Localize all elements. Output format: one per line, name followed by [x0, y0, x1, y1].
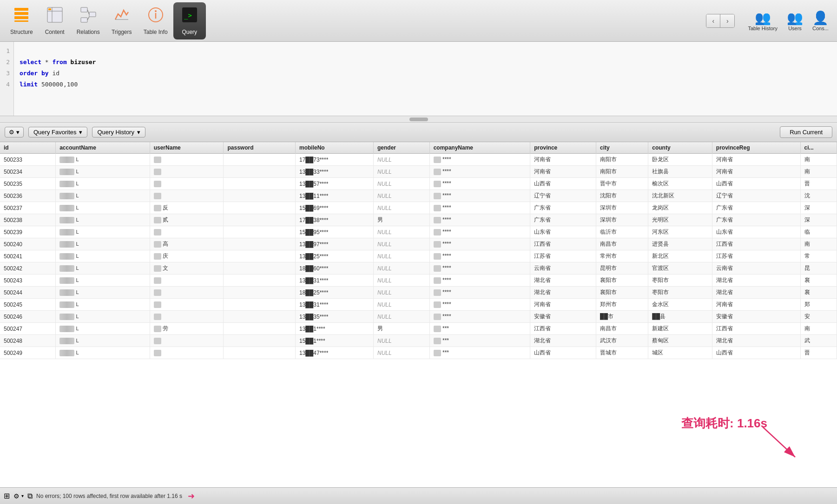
cell-gender: NULL	[373, 166, 429, 178]
gear-icon: ⚙	[9, 129, 14, 136]
cell-county: 进贤县	[648, 238, 712, 250]
cell-city: 常州市	[596, 250, 648, 262]
toolbar-item-triggers[interactable]: Triggers	[105, 2, 138, 39]
toolbar-item-content[interactable]: Content	[39, 2, 71, 39]
cell-province: 云南省	[530, 262, 596, 275]
sql-content[interactable]: select * from bizuser order by id limit …	[14, 42, 837, 116]
table-row[interactable]: 500237 L 反 15██69**** NULL **** 广东省 深圳市 …	[0, 202, 837, 214]
col-header-id: id	[0, 142, 56, 154]
cell-mobileno: 13██31****	[295, 299, 373, 311]
table-row[interactable]: 500240 L 高 13██97**** NULL **** 江西省 南昌市 …	[0, 238, 837, 250]
table-row[interactable]: 500241 L 庆 13██25**** NULL **** 江苏省 常州市 …	[0, 250, 837, 262]
cell-ci: 深	[800, 202, 837, 214]
table-row[interactable]: 500236 L 13██11**** NULL **** 辽宁省 沈阳市 沈北…	[0, 190, 837, 202]
cell-mobileno: 13██1****	[295, 323, 373, 335]
table-row[interactable]: 500234 L 13██33**** NULL **** 河南省 南阳市 社旗…	[0, 166, 837, 178]
query-history-button[interactable]: Query History ▾	[92, 127, 145, 137]
table-row[interactable]: 500233 L 17██73**** NULL **** 河南省 南阳市 卧龙…	[0, 154, 837, 166]
table-row[interactable]: 500238 L 贰 17██38**** 男 **** 广东省 深圳市 光明区…	[0, 214, 837, 226]
content-label: Content	[45, 29, 65, 35]
cell-city: 沈阳市	[596, 190, 648, 202]
status-gear-button[interactable]: ⚙ ▾	[13, 492, 24, 500]
cell-ci: 南	[800, 323, 837, 335]
cell-id: 500249	[0, 347, 56, 359]
cons-button[interactable]: 👤 Cons...	[809, 8, 832, 33]
cell-accountname: L	[56, 347, 150, 359]
query-history-label: Query History	[97, 129, 134, 136]
status-gear-chevron: ▾	[21, 493, 24, 498]
cell-id: 500241	[0, 250, 56, 262]
cell-city: 南阳市	[596, 166, 648, 178]
cell-provincereg: 安徽省	[712, 311, 800, 323]
cell-username	[150, 190, 224, 202]
query-favorites-button[interactable]: Query Favorites ▾	[28, 127, 87, 137]
toolbar-item-structure[interactable]: Structure	[5, 2, 39, 39]
cell-county: 卧龙区	[648, 154, 712, 166]
cell-password	[224, 299, 296, 311]
cell-provincereg: 江西省	[712, 323, 800, 335]
data-table: id accountName userName password mobileN…	[0, 142, 837, 359]
nav-next-button[interactable]: ›	[720, 14, 734, 27]
cell-gender: NULL	[373, 250, 429, 262]
table-row[interactable]: 500235 L 13██57**** NULL **** 山西省 晋中市 榆次…	[0, 178, 837, 190]
editor-scrollbar[interactable]	[0, 116, 837, 123]
cell-county: ██县	[648, 311, 712, 323]
cell-ci: 武	[800, 335, 837, 347]
table-row[interactable]: 500247 L 劳 13██1**** 男 *** 江西省 南昌市 新建区 江…	[0, 323, 837, 335]
cell-province: 山东省	[530, 226, 596, 238]
table-row[interactable]: 500246 L 13██35**** NULL **** 安徽省 ██市 ██…	[0, 311, 837, 323]
table-header-row: id accountName userName password mobileN…	[0, 142, 837, 154]
toolbar-item-relations[interactable]: Relations	[71, 2, 105, 39]
col-header-city: city	[596, 142, 648, 154]
run-current-button[interactable]: Run Current	[780, 126, 832, 138]
toolbar-item-tableinfo[interactable]: Table Info	[138, 2, 173, 39]
status-export-button[interactable]: ⊞	[4, 491, 10, 500]
nav-prev-button[interactable]: ‹	[706, 14, 720, 27]
table-row[interactable]: 500249 L 13██47**** NULL *** 山西省 晋城市 城区 …	[0, 347, 837, 359]
cell-province: 辽宁省	[530, 190, 596, 202]
cell-accountname: L	[56, 275, 150, 287]
cell-county: 龙岗区	[648, 202, 712, 214]
table-row[interactable]: 500243 L 13██31**** NULL **** 湖北省 襄阳市 枣阳…	[0, 275, 837, 287]
svg-rect-9	[89, 12, 96, 17]
cell-password	[224, 166, 296, 178]
status-copy-button[interactable]: ⧉	[27, 492, 33, 500]
cell-city: 昆明市	[596, 262, 648, 275]
col-header-county: county	[648, 142, 712, 154]
toolbar-item-query[interactable]: _> Query	[173, 2, 206, 39]
sql-keyword-select: select	[20, 59, 41, 65]
table-row[interactable]: 500239 L 15██95**** NULL **** 山东省 临沂市 河东…	[0, 226, 837, 238]
cell-province: 江西省	[530, 238, 596, 250]
relations-label: Relations	[77, 29, 100, 35]
cell-username: 贰	[150, 214, 224, 226]
table-row[interactable]: 500248 L 15██1**** NULL *** 湖北省 武汉市 蔡甸区 …	[0, 335, 837, 347]
table-history-button[interactable]: 👥 Table History	[744, 8, 781, 33]
cell-gender: NULL	[373, 275, 429, 287]
table-row[interactable]: 500242 L 文 18██60**** NULL **** 云南省 昆明市 …	[0, 262, 837, 275]
cell-ci: 深	[800, 214, 837, 226]
data-table-container[interactable]: id accountName userName password mobileN…	[0, 142, 837, 487]
svg-point-16	[155, 10, 157, 12]
cell-gender: NULL	[373, 190, 429, 202]
cell-provincereg: 江苏省	[712, 250, 800, 262]
relative-container: 查询耗时: 1.16s id accountName	[0, 142, 837, 487]
table-row[interactable]: 500245 L 13██31**** NULL **** 河南省 郑州市 金水…	[0, 299, 837, 311]
cell-username	[150, 287, 224, 299]
col-header-provincereg: provinceReg	[712, 142, 800, 154]
cell-mobileno: 15██95****	[295, 226, 373, 238]
table-row[interactable]: 500244 L 18██25**** NULL **** 湖北省 襄阳市 枣阳…	[0, 287, 837, 299]
cell-provincereg: 湖北省	[712, 287, 800, 299]
cell-id: 500247	[0, 323, 56, 335]
triggers-icon	[113, 7, 130, 27]
cell-username	[150, 275, 224, 287]
cell-id: 500243	[0, 275, 56, 287]
cell-companyname: ****	[429, 287, 530, 299]
cell-accountname: L	[56, 250, 150, 262]
cell-county: 蔡甸区	[648, 335, 712, 347]
toolbar-right-items: 👥 Table History 👥 Users 👤 Cons...	[744, 8, 832, 33]
gear-button[interactable]: ⚙ ▾	[5, 127, 24, 137]
users-button[interactable]: 👥 Users	[783, 8, 807, 33]
sql-editor[interactable]: 1 2 3 4 select * from bizuser order by i…	[0, 42, 837, 116]
svg-rect-10	[81, 18, 87, 22]
sql-keyword-order: order	[20, 70, 38, 77]
